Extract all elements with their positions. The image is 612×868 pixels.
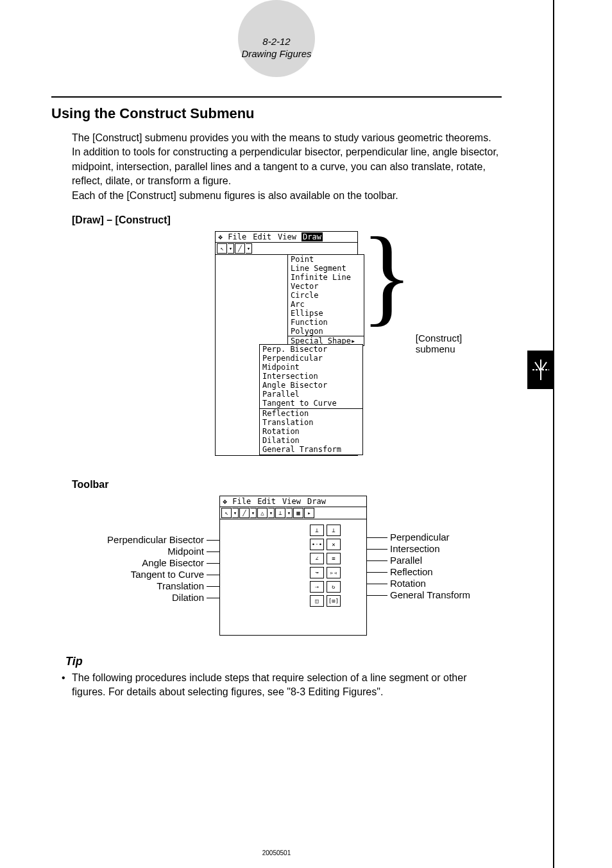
menu-draw: Draw — [302, 232, 323, 241]
perp-bisector-icon: ⊥ — [310, 525, 324, 536]
page-header-badge: 8-2-12 Drawing Figures — [238, 0, 315, 77]
submenu-intersection: Intersection — [262, 372, 360, 381]
svg-line-3 — [541, 362, 547, 370]
reflection-icon: ▹◃ — [327, 567, 341, 578]
general-transform-icon: [⊞] — [327, 595, 341, 607]
app-icon: ❖ — [223, 497, 227, 506]
toolbar-dropdown-icon: ▾ — [286, 508, 293, 518]
menuitem-arc: Arc — [288, 300, 364, 309]
menu-draw: Draw — [306, 497, 327, 506]
menuitem-ellipse: Ellipse — [288, 309, 364, 318]
toolbar-dropdown-icon: ▾ — [246, 243, 252, 254]
calculator-screenshot-menu: ❖ File Edit View Draw ↖ ▾ ╱ ▾ Point Line… — [215, 231, 358, 456]
midpoint-icon: •·• — [310, 539, 324, 550]
submenu-rotation: Rotation — [262, 427, 360, 436]
paragraph: The [Construct] submenu provides you wit… — [72, 131, 502, 189]
brace-icon: } — [361, 221, 413, 330]
menuitem-linesegment: Line Segment — [288, 264, 364, 273]
calc-menubar: ❖ File Edit View Draw — [220, 496, 366, 507]
tip-text: The following procedures include steps t… — [72, 672, 466, 697]
tip-heading: Tip — [65, 655, 553, 668]
calc-toolbar: ↖ ▾ ╱ ▾ △ ▾ ⊥ ▾ ▦ ▸ — [220, 507, 366, 519]
draw-menu: Point Line Segment Infinite Line Vector … — [287, 254, 364, 346]
bullet-icon: • — [62, 671, 72, 685]
footer-code: 20050501 — [0, 849, 553, 856]
submenu-dilation: Dilation — [262, 436, 360, 445]
menuitem-infiniteline: Infinite Line — [288, 273, 364, 282]
menu-edit: Edit — [256, 497, 277, 506]
submenu-generaltrans: General Transform — [262, 445, 360, 454]
section-name: Drawing Figures — [241, 48, 311, 60]
label-midpoint: Midpoint — [72, 546, 207, 557]
toolbar-line-icon: ╱ — [235, 243, 245, 254]
submenu-midpoint: Midpoint — [262, 363, 360, 372]
menu-file: File — [226, 232, 248, 241]
app-icon: ❖ — [218, 232, 223, 241]
label-rotation: Rotation — [387, 578, 470, 589]
label-parallel: Parallel — [387, 555, 470, 566]
toolbar-perp-icon: ⊥ — [275, 508, 285, 518]
tip-body: •The following procedures include steps … — [72, 671, 502, 700]
menuitem-point: Point — [288, 255, 364, 264]
dilation-icon: ◫ — [310, 595, 324, 607]
label-general-transform: General Transform — [387, 589, 470, 601]
submenu-reflection: Reflection — [262, 409, 360, 418]
toolbar-dropdown-icon: ▾ — [228, 243, 234, 254]
side-tab-icon — [527, 351, 554, 389]
angle-bisector-icon: ∠ — [310, 553, 324, 564]
menuitem-function: Function — [288, 318, 364, 327]
paragraph: Each of the [Construct] submenu figures … — [72, 189, 502, 203]
label-intersection: Intersection — [387, 543, 470, 555]
translation-icon: ⇢ — [310, 581, 324, 593]
submenu-tangent: Tangent to Curve — [262, 399, 360, 408]
menuitem-polygon: Polygon — [288, 327, 364, 336]
submenu-perpbisector: Perp. Bisector — [262, 345, 360, 354]
toolbar-dropdown-icon: ▾ — [232, 508, 239, 518]
submenu-parallel: Parallel — [262, 390, 360, 399]
label-tangent-curve: Tangent to Curve — [72, 569, 207, 580]
submenu-anglebisector: Angle Bisector — [262, 381, 360, 390]
perpendicular-icon: ⟂ — [327, 525, 341, 536]
toolbar-arrow-icon: ↖ — [217, 243, 227, 254]
menuitem-circle: Circle — [288, 291, 364, 300]
svg-line-2 — [535, 362, 540, 370]
construct-submenu-label: [Construct] submenu — [416, 333, 502, 354]
divider — [51, 96, 502, 98]
intersection-icon: ✕ — [327, 539, 341, 550]
submenu-translation: Translation — [262, 418, 360, 427]
rotation-icon: ↻ — [327, 581, 341, 593]
toolbar-left-labels: Perpendicular Bisector Midpoint Angle Bi… — [72, 534, 207, 603]
calc-menubar: ❖ File Edit View Draw — [216, 232, 357, 243]
label-perpendicular-bisector: Perpendicular Bisector — [72, 534, 207, 546]
construct-submenu: Perp. Bisector Perpendicular Midpoint In… — [259, 344, 363, 455]
menu-view: View — [276, 232, 298, 241]
calc-toolbar: ↖ ▾ ╱ ▾ — [216, 243, 357, 255]
toolbar-heading: Toolbar — [72, 479, 553, 490]
parallel-icon: ≡ — [327, 553, 341, 564]
label-reflection: Reflection — [387, 566, 470, 578]
calculator-screenshot-toolbar: ❖ File Edit View Draw ↖ ▾ ╱ ▾ △ ▾ ⊥ ▾ ▦ … — [219, 496, 367, 636]
toolbar-triangle-icon: △ — [257, 508, 268, 518]
toolbar-dropdown-icon: ▾ — [268, 508, 275, 518]
label-perpendicular: Perpendicular — [387, 532, 470, 543]
toolbar-right-icon: ▸ — [304, 508, 314, 518]
toolbar-dropdown-icon: ▾ — [250, 508, 257, 518]
page-number: 8-2-12 — [262, 35, 290, 48]
document-page: 8-2-12 Drawing Figures Using the Constru… — [0, 0, 554, 868]
toolbar-arrow-icon: ↖ — [221, 508, 232, 518]
toolbar-line-icon: ╱ — [239, 508, 250, 518]
menu-file: File — [231, 497, 252, 506]
label-translation: Translation — [72, 580, 207, 592]
submenu-perpendicular: Perpendicular — [262, 354, 360, 363]
label-dilation: Dilation — [72, 592, 207, 603]
menuitem-vector: Vector — [288, 282, 364, 291]
tangent-icon: ↝ — [310, 567, 324, 578]
toolbar-right-labels: Perpendicular Intersection Parallel Refl… — [387, 532, 470, 601]
label-angle-bisector: Angle Bisector — [72, 557, 207, 569]
menu-edit: Edit — [251, 232, 273, 241]
toolbar-icon-palette: ⊥ ⟂ •·• ✕ ∠ ≡ ↝ ▹◃ — [310, 525, 341, 607]
toolbar-grid-icon: ▦ — [293, 508, 303, 518]
menu-view: View — [281, 497, 302, 506]
section-title: Using the Construct Submenu — [51, 105, 553, 122]
draw-construct-heading: [Draw] – [Construct] — [72, 214, 553, 226]
